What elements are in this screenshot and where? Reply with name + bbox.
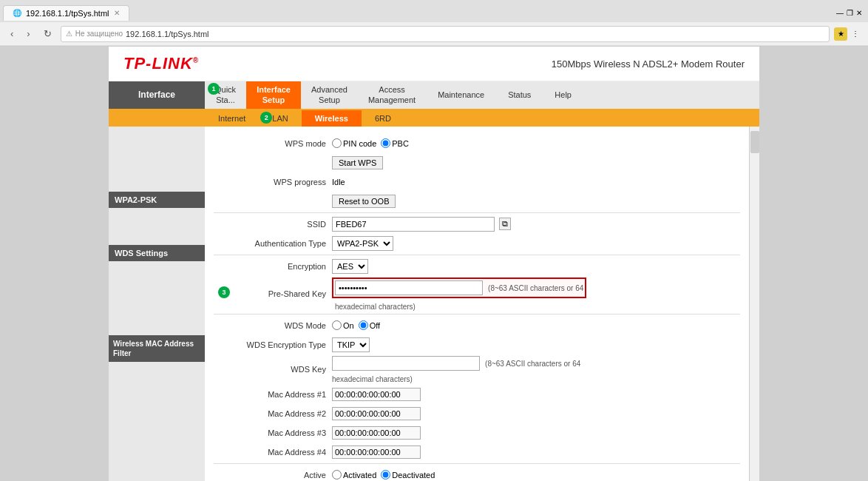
wds-mac3-input[interactable] [332, 426, 421, 440]
auth-select[interactable]: WPA2-PSK [332, 236, 393, 251]
wds-key-hint: hexadecimal characters) [332, 375, 413, 383]
sidebar-wds: WDS Settings [109, 245, 205, 261]
nav-item-maintenance[interactable]: Maintenance [426, 81, 496, 109]
mac-filter-active-row: Active Activated Deactivated [214, 467, 740, 481]
wds-key-input[interactable] [332, 356, 480, 371]
scrollbar[interactable] [749, 127, 759, 481]
tab-title: 192.168.1.1/tpSys.html [26, 9, 109, 18]
wds-mode-label: WDS Mode [214, 321, 332, 330]
menu-icon[interactable]: ⋮ [849, 27, 862, 41]
wps-progress-label: WPS progress [214, 178, 332, 186]
sub-nav-items: Internet LAN 2 Wireless 6RD [205, 110, 404, 127]
deactivated-radio[interactable] [381, 470, 390, 480]
nav-item-advanced-setup[interactable]: AdvancedSetup [301, 81, 358, 109]
wps-mode-row: WPS mode PIN code PBC [214, 135, 740, 152]
wps-mode-label: WPS mode [214, 139, 332, 148]
content-area: WPA2-PSK WDS Settings Wireless MAC Addre… [109, 127, 759, 481]
nav-item-status[interactable]: Status [496, 81, 543, 109]
subnav-internet[interactable]: Internet [205, 110, 259, 127]
forward-button[interactable]: › [22, 26, 34, 41]
subnav-wireless[interactable]: Wireless [302, 110, 362, 127]
badge-2: 2 [260, 112, 272, 124]
wps-reset-row: Reset to OOB [214, 193, 740, 209]
star-icon[interactable]: ★ [834, 27, 847, 41]
psk-value: (8~63 ASCII characters or 64 hexadecimal… [332, 278, 586, 311]
wds-mac2-input[interactable] [332, 407, 421, 420]
wds-key-row: WDS Key (8~63 ASCII characters or 64 hex… [214, 356, 740, 383]
sidebar-gap-wpa2 [109, 208, 205, 245]
ssid-refresh-icon[interactable]: ⧉ [499, 218, 511, 230]
badge-1: 1 [208, 83, 220, 95]
nav-item-help[interactable]: Help [543, 81, 583, 109]
pbc-radio[interactable] [381, 138, 390, 148]
psk-note: (8~63 ASCII characters or 64 [488, 284, 583, 292]
wds-mac1-input[interactable] [332, 388, 421, 401]
sidebar-gap-wds [109, 261, 205, 335]
wds-enc-label: WDS Encryption Type [214, 340, 332, 349]
address-bar: ‹ › ↻ ⚠ Не защищено 192.168.1.1/tpSys.ht… [0, 22, 868, 46]
activated-label[interactable]: Activated [332, 470, 376, 480]
address-display[interactable]: 192.168.1.1/tpSys.html [126, 30, 209, 38]
divider-3 [214, 314, 740, 314]
psk-input[interactable] [335, 280, 483, 295]
psk-row: 3 Pre-Shared Key (8~63 ASCII characters … [214, 278, 740, 311]
refresh-button[interactable]: ↻ [39, 26, 56, 41]
router-subtitle: 150Mbps Wireless N ADSL2+ Modem Router [552, 58, 745, 70]
pin-radio[interactable] [332, 138, 342, 148]
badge-3: 3 [218, 286, 230, 298]
page-wrapper: TP-LINK® 150Mbps Wireless N ADSL2+ Modem… [0, 47, 868, 481]
sidebar-mac-filter: Wireless MAC Address Filter [109, 335, 205, 362]
divider-4 [214, 463, 740, 464]
nav-item-access-management[interactable]: AccessManagement [358, 81, 426, 109]
sidebar: WPA2-PSK WDS Settings Wireless MAC Addre… [109, 127, 205, 481]
wds-off-radio[interactable] [359, 320, 368, 330]
wps-start-value: Start WPS [332, 156, 383, 169]
activated-radio[interactable] [332, 470, 342, 480]
wds-on-radio[interactable] [332, 320, 342, 330]
pbc-radio-label[interactable]: PBC [381, 138, 409, 148]
restore-icon[interactable]: ❐ [847, 9, 853, 17]
wds-mac4-input[interactable] [332, 445, 421, 459]
pin-radio-label[interactable]: PIN code [332, 138, 376, 148]
wps-progress-value: Idle [332, 178, 345, 186]
wds-key-label: WDS Key [214, 365, 332, 374]
start-wps-button[interactable]: Start WPS [332, 156, 383, 169]
wds-enc-row: WDS Encryption Type TKIP [214, 337, 740, 353]
nav-item-quick-start-wrapper: QuickSta... 1 [205, 81, 246, 109]
wds-mode-value: On Off [332, 320, 380, 330]
wds-mac2-row: Mac Address #2 [214, 406, 740, 422]
scrollbar-thumb[interactable] [750, 131, 759, 153]
sidebar-title: Interface [109, 81, 205, 109]
close-window-icon[interactable]: ✕ [856, 9, 862, 17]
wds-key-value: (8~63 ASCII characters or 64 hexadecimal… [332, 356, 580, 383]
wds-mac3-row: Mac Address #3 [214, 425, 740, 441]
sidebar-gap-top [109, 127, 205, 192]
browser-tab: 🌐 192.168.1.1/tpSys.html ✕ [3, 5, 129, 21]
reset-oob-button[interactable]: Reset to OOB [332, 195, 396, 208]
url-bar: ⚠ Не защищено 192.168.1.1/tpSys.html [61, 26, 830, 42]
wds-off-label[interactable]: Off [359, 320, 380, 330]
lock-icon: ⚠ [66, 30, 72, 38]
enc-select[interactable]: AES [332, 259, 368, 274]
subnav-6rd[interactable]: 6RD [362, 110, 404, 127]
sidebar-wpa2: WPA2-PSK [109, 192, 205, 208]
wds-key-note: (8~63 ASCII characters or 64 [485, 360, 580, 368]
nav-item-interface-wrapper: InterfaceSetup [246, 81, 301, 109]
wds-enc-select[interactable]: TKIP [332, 337, 370, 352]
main-nav: Interface QuickSta... 1 InterfaceSetup A… [109, 81, 759, 110]
tab-close-icon[interactable]: ✕ [114, 9, 120, 17]
back-button[interactable]: ‹ [6, 26, 18, 41]
mac-filter-active-label: Active [214, 471, 332, 480]
wps-progress-row: WPS progress Idle [214, 174, 740, 190]
enc-row: Encryption AES [214, 258, 740, 275]
ssid-input[interactable] [332, 217, 495, 232]
wds-mac4-row: Mac Address #4 [214, 444, 740, 460]
deactivated-label[interactable]: Deactivated [381, 470, 435, 480]
enc-value: AES [332, 259, 368, 274]
nav-item-interface-setup[interactable]: InterfaceSetup [246, 81, 301, 109]
tab-bar: 🌐 192.168.1.1/tpSys.html ✕ — ❐ ✕ [0, 0, 868, 22]
auth-label: Authentication Type [214, 239, 332, 248]
wds-mac4-label: Mac Address #4 [214, 448, 332, 457]
minimize-icon[interactable]: — [836, 9, 844, 17]
wds-on-label[interactable]: On [332, 320, 354, 330]
